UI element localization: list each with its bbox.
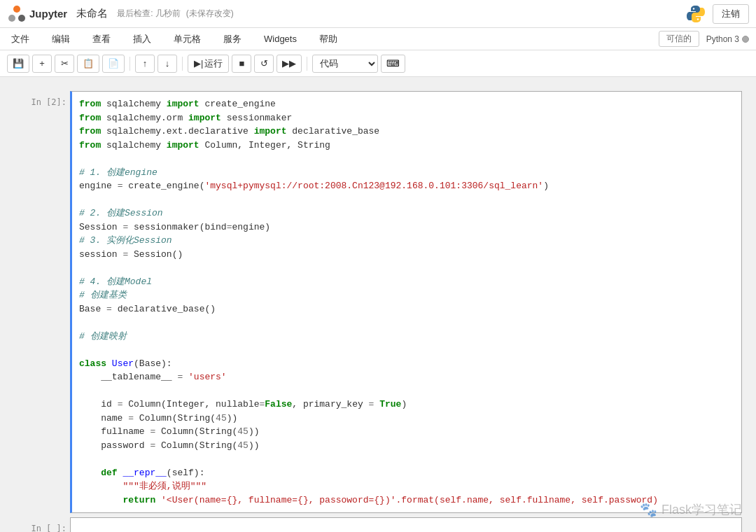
cell-2-code [71, 518, 741, 532]
menu-service[interactable]: 服务 [219, 30, 246, 48]
cell-1-label: In [2]: [14, 91, 70, 513]
toolbar-sep-2 [182, 57, 183, 71]
toolbar-sep-3 [307, 57, 307, 71]
cancel-button[interactable]: 注销 [713, 4, 749, 24]
stop-button[interactable]: ■ [232, 55, 251, 73]
run-button[interactable]: ▶| 运行 [188, 55, 229, 73]
jupyter-logo: Jupyter [7, 4, 67, 24]
run-label: 运行 [204, 57, 223, 70]
cell-1-label-text: In [2]: [31, 97, 66, 107]
svg-point-0 [13, 6, 20, 13]
menu-help[interactable]: 帮助 [315, 30, 342, 48]
kernel-name: Python 3 [706, 34, 739, 44]
cell-type-select[interactable]: 代码 Markdown Raw [312, 55, 378, 73]
top-bar: Jupyter 未命名 最后检查: 几秒前 (未保存改变) 注销 [0, 0, 756, 28]
python-logo-icon [686, 4, 706, 24]
watermark-text: Flask学习笔记 [662, 501, 742, 518]
restart-button[interactable]: ↺ [254, 55, 274, 73]
top-bar-right: 注销 [686, 4, 749, 24]
code-cell-2: In [ ]: [14, 517, 742, 532]
kernel-info: Python 3 [706, 34, 749, 44]
menu-view[interactable]: 查看 [88, 30, 115, 48]
watermark-icon: 🐾 [640, 501, 657, 518]
save-button[interactable]: 💾 [7, 55, 29, 73]
cell-2-label: In [ ]: [14, 517, 70, 532]
copy-button[interactable]: 📋 [77, 55, 99, 73]
keyboard-shortcuts-button[interactable]: ⌨ [381, 55, 405, 73]
toolbar: 💾 + ✂ 📋 📄 ↑ ↓ ▶| 运行 ■ ↺ ▶▶ 代码 Markdown R… [0, 50, 756, 77]
trusted-badge: 可信的 [659, 31, 699, 47]
menu-bar-right: 可信的 Python 3 [659, 31, 749, 47]
svg-point-1 [8, 15, 15, 22]
watermark: 🐾 Flask学习笔记 [640, 501, 742, 518]
paste-button[interactable]: 📄 [102, 55, 125, 73]
fastforward-button[interactable]: ▶▶ [276, 55, 302, 73]
move-down-button[interactable]: ↓ [158, 55, 177, 73]
menu-insert[interactable]: 插入 [129, 30, 155, 48]
doc-unsaved: (未保存改变) [186, 8, 234, 20]
menu-bar: 文件 编辑 查看 插入 单元格 服务 Widgets 帮助 可信的 Python… [0, 28, 756, 50]
svg-point-3 [693, 8, 694, 9]
jupyter-logo-icon [7, 4, 27, 24]
cell-2-label-text: In [ ]: [31, 524, 66, 532]
cell-1-content[interactable]: from sqlalchemy import create_engine fro… [70, 91, 742, 513]
cut-button[interactable]: ✂ [55, 55, 74, 73]
menu-widgets[interactable]: Widgets [260, 31, 301, 47]
kernel-status-circle [742, 36, 749, 43]
add-cell-button[interactable]: + [32, 55, 52, 73]
doc-title: 未命名 [76, 7, 108, 20]
cell-1-code: from sqlalchemy import create_engine fro… [72, 92, 741, 512]
main-content: In [2]: from sqlalchemy import create_en… [0, 77, 756, 532]
notebook-container: In [2]: from sqlalchemy import create_en… [14, 91, 742, 532]
menu-cell[interactable]: 单元格 [169, 30, 205, 48]
move-up-button[interactable]: ↑ [135, 55, 155, 73]
svg-point-4 [697, 18, 699, 20]
menu-file[interactable]: 文件 [7, 30, 34, 48]
doc-last-check: 最后检查: 几秒前 [117, 8, 181, 20]
run-icon: ▶| [194, 58, 203, 69]
svg-point-2 [18, 15, 25, 22]
cell-2-content[interactable] [70, 517, 742, 532]
menu-edit[interactable]: 编辑 [48, 30, 74, 48]
code-cell-1: In [2]: from sqlalchemy import create_en… [14, 91, 742, 513]
jupyter-label: Jupyter [29, 8, 67, 20]
toolbar-sep-1 [130, 57, 130, 71]
top-bar-left: Jupyter 未命名 最后检查: 几秒前 (未保存改变) [7, 4, 234, 24]
